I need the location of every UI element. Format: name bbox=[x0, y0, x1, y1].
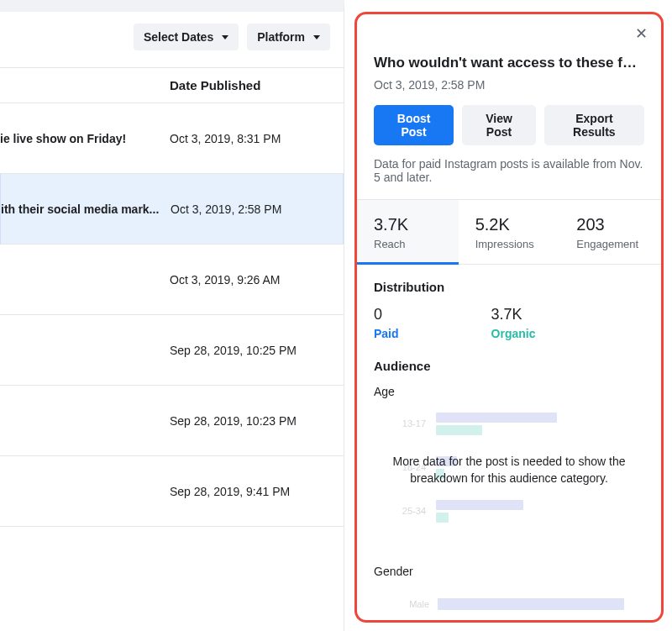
gender-title: Gender bbox=[374, 565, 644, 578]
table-row[interactable]: Sep 28, 2019, 10:25 PM bbox=[0, 315, 344, 386]
distribution-paid: 0 Paid bbox=[374, 306, 399, 340]
panel-date: Oct 3, 2019, 2:58 PM bbox=[374, 78, 644, 92]
post-date-cell: Oct 3, 2019, 9:26 AM bbox=[170, 273, 281, 287]
stat-value: 203 bbox=[576, 215, 644, 234]
organic-label: Organic bbox=[491, 327, 536, 340]
gender-row-label: Male bbox=[406, 599, 429, 609]
age-row-label: 25-34 bbox=[374, 506, 429, 516]
export-results-button[interactable]: Export Results bbox=[544, 105, 644, 145]
filter-bar: Select Dates Platform bbox=[0, 12, 344, 67]
bar-gender bbox=[438, 598, 624, 610]
panel-title: Who wouldn't want access to these four (… bbox=[374, 55, 644, 71]
paid-value: 0 bbox=[374, 306, 399, 323]
post-title-cell: ith their social media mark... bbox=[1, 202, 171, 216]
column-header-date: Date Published bbox=[0, 67, 344, 103]
stat-value: 3.7K bbox=[374, 215, 442, 234]
table-row[interactable]: Oct 3, 2019, 9:26 AM bbox=[0, 245, 344, 315]
bar-organic bbox=[436, 413, 557, 423]
table-row[interactable]: ie live show on Friday!Oct 3, 2019, 8:31… bbox=[0, 103, 344, 174]
paid-label: Paid bbox=[374, 327, 399, 340]
organic-value: 3.7K bbox=[491, 306, 536, 323]
bar-organic bbox=[436, 500, 523, 510]
post-date-cell: Oct 3, 2019, 2:58 PM bbox=[171, 202, 281, 216]
distribution-title: Distribution bbox=[374, 280, 644, 294]
caret-down-icon bbox=[313, 35, 320, 39]
post-detail-panel: ✕ Who wouldn't want access to these four… bbox=[354, 12, 664, 623]
boost-post-button[interactable]: Boost Post bbox=[374, 105, 454, 145]
table-row[interactable]: ith their social media mark...Oct 3, 201… bbox=[0, 174, 344, 245]
stat-tab-reach[interactable]: 3.7K Reach bbox=[357, 200, 459, 264]
age-row-label: 13-17 bbox=[374, 418, 429, 429]
stat-label: Reach bbox=[374, 238, 442, 250]
view-post-button[interactable]: View Post bbox=[462, 105, 536, 145]
caret-down-icon bbox=[222, 35, 228, 39]
gender-row: Male bbox=[406, 598, 644, 610]
age-row: 13-17 bbox=[374, 410, 644, 437]
stat-tab-engagement[interactable]: 203 Engagement bbox=[559, 200, 661, 264]
post-title-cell: ie live show on Friday! bbox=[0, 132, 170, 145]
distribution-row: 0 Paid 3.7K Organic bbox=[374, 306, 644, 340]
age-chart: 13-1718-2425-34 More data for the post i… bbox=[374, 407, 644, 558]
age-overlay-message: More data for the post is needed to show… bbox=[374, 454, 644, 486]
panel-header: Who wouldn't want access to these four (… bbox=[357, 14, 661, 199]
bar-paid bbox=[436, 513, 449, 523]
panel-body: Distribution 0 Paid 3.7K Organic Audienc… bbox=[357, 265, 661, 620]
stat-label: Impressions bbox=[475, 238, 543, 250]
panel-actions: Boost Post View Post Export Results bbox=[374, 105, 644, 145]
stat-label: Engagement bbox=[576, 238, 644, 250]
post-date-cell: Sep 28, 2019, 9:41 PM bbox=[170, 485, 290, 498]
stats-tabs: 3.7K Reach 5.2K Impressions 203 Engageme… bbox=[357, 199, 661, 265]
platform-dropdown[interactable]: Platform bbox=[247, 24, 330, 50]
gender-chart: Male bbox=[374, 598, 644, 610]
table-row[interactable]: Sep 28, 2019, 9:41 PM bbox=[0, 456, 344, 527]
post-date-cell: Oct 3, 2019, 8:31 PM bbox=[170, 132, 281, 145]
bar-paid bbox=[436, 425, 482, 435]
stat-value: 5.2K bbox=[475, 215, 543, 234]
post-list-pane: Select Dates Platform Date Published ie … bbox=[0, 0, 344, 631]
audience-title: Audience bbox=[374, 359, 644, 373]
table-row[interactable]: Sep 28, 2019, 10:23 PM bbox=[0, 386, 344, 456]
distribution-organic: 3.7K Organic bbox=[491, 306, 536, 340]
select-dates-label: Select Dates bbox=[144, 30, 213, 44]
age-title: Age bbox=[374, 385, 644, 398]
platform-label: Platform bbox=[257, 30, 305, 44]
close-icon[interactable]: ✕ bbox=[630, 21, 653, 46]
panel-note: Data for paid Instagram posts is availab… bbox=[374, 157, 644, 184]
post-date-cell: Sep 28, 2019, 10:23 PM bbox=[170, 414, 297, 428]
detail-pane-wrap: ✕ Who wouldn't want access to these four… bbox=[344, 0, 672, 631]
post-rows: ie live show on Friday!Oct 3, 2019, 8:31… bbox=[0, 103, 344, 631]
stat-tab-impressions[interactable]: 5.2K Impressions bbox=[459, 200, 560, 264]
age-row: 25-34 bbox=[374, 497, 644, 524]
post-date-cell: Sep 28, 2019, 10:25 PM bbox=[170, 344, 297, 357]
select-dates-dropdown[interactable]: Select Dates bbox=[134, 24, 239, 50]
